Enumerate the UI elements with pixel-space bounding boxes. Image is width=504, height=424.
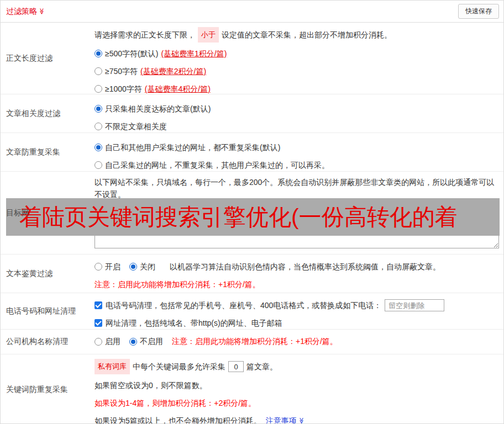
row-label-target-site: 目标网 bbox=[1, 172, 95, 254]
row-label-keyword-dedup: 关键词防重复采集 bbox=[1, 354, 95, 424]
option-label: 自己采集过的网址，不重复采集，其他用户采集过的，可以再采。 bbox=[105, 159, 329, 171]
notes-link[interactable]: 注意事项 ≫ bbox=[266, 414, 305, 424]
row-body-length-filter: 正文长度过滤 请选择需求的正文长度下限， 小于 设定值的文章不采集，超出部分不增… bbox=[1, 23, 503, 94]
radio-option-company-off[interactable]: 不启用 bbox=[129, 337, 163, 347]
row-label-relevance: 文章相关度过滤 bbox=[1, 94, 95, 132]
radio-selected-icon[interactable] bbox=[95, 50, 102, 57]
radio-selected-icon[interactable] bbox=[129, 263, 137, 271]
porn-filter-note: 注意：启用此功能将增加积分消耗：+1积分/篇。 bbox=[95, 278, 499, 291]
row-company-clean: 公司机构名称清理 启用 不启用 注意：启用此功能将增加积分消耗：+1积分/篇。 bbox=[1, 330, 503, 354]
radio-option-dedup-all[interactable]: 自己和其他用户采集过的网址，都不重复采集(默认) bbox=[95, 140, 499, 155]
radio-selected-icon[interactable] bbox=[95, 144, 102, 151]
radio-selected-icon[interactable] bbox=[95, 105, 102, 113]
keyword-note-free: 如果设为5篇或以上，也不会额外增加积分消耗。 注意事项 ≫ bbox=[95, 414, 499, 424]
option-label: 开启 bbox=[105, 260, 120, 273]
keyword-note-empty: 如果留空或设为0，则不限篇数。 bbox=[95, 379, 499, 392]
fee-note: (基础费率1积分/篇) bbox=[161, 47, 227, 60]
checkbox-option-phone-clean[interactable]: 电话号码清理，包括常见的手机号、座机号、400电话格式，或替换成如下电话： bbox=[95, 299, 499, 312]
replacement-phone-input[interactable] bbox=[385, 299, 444, 311]
highlight-private-lexicon: 私有词库 bbox=[95, 359, 130, 374]
option-label: ≥500字符(默认) bbox=[105, 47, 158, 60]
page-title: 过滤策略 ≫ bbox=[6, 7, 45, 17]
row-keyword-dedup: 关键词防重复采集 私有词库 中每个关键词最多允许采集 篇文章。 如果留空或设为0… bbox=[1, 354, 503, 424]
keyword-limit-line: 私有词库 中每个关键词最多允许采集 篇文章。 bbox=[95, 359, 499, 374]
page-title-text: 过滤策略 bbox=[6, 7, 37, 17]
row-label-phone-url: 电话号码和网址清理 bbox=[1, 293, 95, 329]
option-label: ≥1000字符 bbox=[105, 83, 142, 95]
option-label: ≥750字符 bbox=[105, 65, 138, 77]
header-bar: 过滤策略 ≫ 快速保存 bbox=[1, 1, 503, 23]
radio-icon[interactable] bbox=[95, 67, 102, 75]
keyword-note-cost: 如果设为1-4篇，则增加积分消耗：+2积分/篇。 bbox=[95, 396, 499, 410]
highlight-less-than: 小于 bbox=[198, 27, 219, 43]
option-label: 自己和其他用户采集过的网址，都不重复采集(默认) bbox=[105, 141, 280, 153]
fee-note: (基础费率2积分/篇) bbox=[140, 65, 206, 77]
intro-text-pre: 请选择需求的正文长度下限， bbox=[95, 28, 195, 41]
keyword-note-free-text: 如果设为5篇或以上，也不会额外增加积分消耗。 bbox=[95, 414, 261, 424]
option-label: 关闭 bbox=[140, 260, 155, 273]
option-label: 只采集相关度达标的文章(默认) bbox=[105, 103, 211, 115]
quick-save-button[interactable]: 快速保存 bbox=[458, 4, 499, 19]
row-phone-url-clean: 电话号码和网址清理 电话号码清理，包括常见的手机号、座机号、400电话格式，或替… bbox=[1, 293, 503, 330]
keyword-limit-text: 中每个关键词最多允许采集 bbox=[133, 360, 225, 373]
radio-option-750chars[interactable]: ≥750字符 (基础费率2积分/篇) bbox=[95, 63, 499, 79]
radio-icon[interactable] bbox=[95, 161, 102, 169]
row-porn-filter: 文本鉴黄过滤 开启 关闭 以机器学习算法自动识别色情内容，当色情概率达到系统阈值… bbox=[1, 255, 503, 293]
radio-option-dedup-own[interactable]: 自己采集过的网址，不重复采集，其他用户采集过的，可以再采。 bbox=[95, 157, 499, 173]
checkbox-checked-icon[interactable] bbox=[95, 319, 102, 327]
target-site-description: 以下网站不采集，只填域名，每行一个，最多200个。系统会自动识别并屏蔽那些非文章… bbox=[95, 176, 499, 200]
row-dedup-filter: 文章防重复采集 自己和其他用户采集过的网址，都不重复采集(默认) 自己采集过的网… bbox=[1, 133, 503, 172]
chevron-down-icon: ≫ bbox=[38, 8, 45, 15]
radio-selected-icon[interactable] bbox=[129, 338, 137, 346]
option-label: 电话号码清理，包括常见的手机号、座机号、400电话格式，或替换成如下电话： bbox=[106, 299, 381, 312]
radio-option-relevance-any[interactable]: 不限定文章相关度 bbox=[95, 119, 499, 134]
checkbox-checked-icon[interactable] bbox=[95, 301, 102, 309]
radio-option-relevance-only[interactable]: 只采集相关度达标的文章(默认) bbox=[95, 101, 499, 116]
radio-option-500chars[interactable]: ≥500字符(默认) (基础费率1积分/篇) bbox=[95, 46, 499, 61]
option-label: 网址清理，包括纯域名、带http(s)的网址、电子邮箱 bbox=[106, 316, 282, 330]
company-clean-note: 注意：启用此功能将增加积分消耗：+1积分/篇。 bbox=[172, 337, 338, 347]
radio-icon[interactable] bbox=[95, 263, 102, 271]
option-label: 不启用 bbox=[140, 337, 163, 347]
row-label-body-length: 正文长度过滤 bbox=[1, 23, 95, 94]
row-label-company-clean: 公司机构名称清理 bbox=[1, 330, 95, 354]
option-label: 启用 bbox=[105, 337, 120, 347]
chevron-down-icon: ≫ bbox=[295, 417, 308, 424]
row-label-porn-filter: 文本鉴黄过滤 bbox=[1, 255, 95, 293]
row-relevance-filter: 文章相关度过滤 只采集相关度达标的文章(默认) 不限定文章相关度 bbox=[1, 94, 503, 133]
radio-option-porn-on[interactable]: 开启 bbox=[95, 260, 120, 273]
article-count-input[interactable] bbox=[228, 361, 244, 372]
radio-icon[interactable] bbox=[95, 85, 102, 93]
fee-note: (基础费率4积分/篇) bbox=[145, 83, 211, 95]
checkbox-option-url-clean[interactable]: 网址清理，包括纯域名、带http(s)的网址、电子邮箱 bbox=[95, 316, 499, 330]
radio-option-porn-off[interactable]: 关闭 bbox=[129, 260, 155, 273]
filter-strategy-page: 过滤策略 ≫ 快速保存 正文长度过滤 请选择需求的正文长度下限， 小于 设定值的… bbox=[0, 0, 504, 424]
row-label-dedup: 文章防重复采集 bbox=[1, 133, 95, 171]
radio-option-company-on[interactable]: 启用 bbox=[95, 337, 120, 347]
intro-text-post: 设定值的文章不采集，超出部分不增加积分消耗。 bbox=[222, 28, 392, 41]
radio-icon[interactable] bbox=[95, 123, 102, 130]
length-intro: 请选择需求的正文长度下限， 小于 设定值的文章不采集，超出部分不增加积分消耗。 bbox=[95, 27, 499, 43]
option-label: 不限定文章相关度 bbox=[105, 120, 167, 132]
notes-link-text: 注意事项 bbox=[266, 414, 297, 424]
radio-icon[interactable] bbox=[95, 338, 102, 346]
keyword-limit-suffix: 篇文章。 bbox=[246, 360, 277, 373]
porn-filter-description: 以机器学习算法自动识别色情内容，当色情概率达到系统阈值，自动屏蔽文章。 bbox=[170, 260, 440, 273]
